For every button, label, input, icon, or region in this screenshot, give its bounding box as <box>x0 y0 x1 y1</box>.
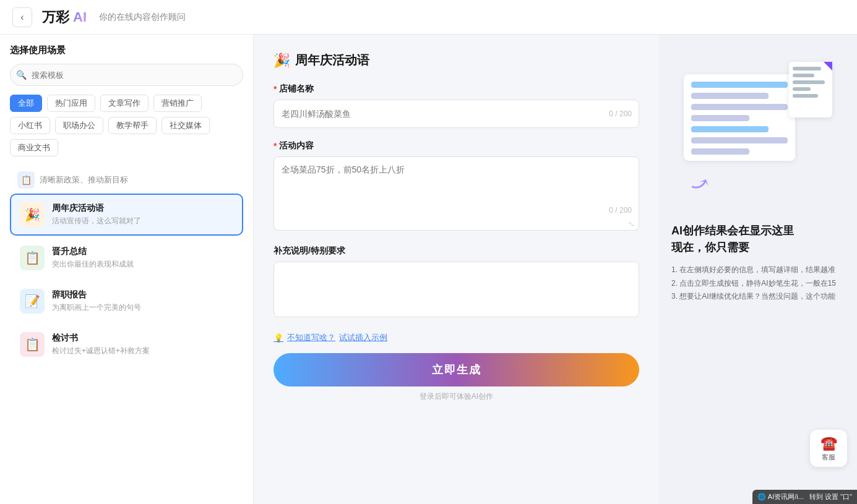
back-button[interactable]: ‹ <box>12 7 32 27</box>
tag-xiaohongshu[interactable]: 小红书 <box>10 117 50 134</box>
tag-hot[interactable]: 热门应用 <box>47 95 95 112</box>
preview-step-3: 3. 想要让AI继续优化结果？当然没问题，这个功能 <box>671 290 845 304</box>
illus-main-card <box>684 74 795 161</box>
template-text-party: 周年庆活动语 活动宣传语，这么写就对了 <box>52 203 233 226</box>
back-icon: ‹ <box>20 12 24 23</box>
form-field-supplement: 补充说明/特别要求 <box>273 246 639 320</box>
template-icon-promote: 📋 <box>20 246 45 270</box>
preview-title: AI创作结果会在显示这里现在，你只需要 <box>671 223 845 256</box>
template-desc-promote: 突出你最佳的表现和成就 <box>52 259 233 270</box>
section-hint: 📋 清晰新政策、推动新目标 <box>10 166 243 194</box>
illus-line-2 <box>691 93 769 99</box>
tag-edu[interactable]: 教学帮手 <box>108 117 157 134</box>
preview-illustration: ⤻ <box>671 49 845 210</box>
form-title-text: 周年庆活动语 <box>295 52 369 69</box>
search-box: 🔍 <box>10 64 243 86</box>
template-card-party[interactable]: 🎉 周年庆活动语 活动宣传语，这么写就对了 <box>10 194 243 236</box>
template-text-promote: 晋升总结 突出你最佳的表现和成就 <box>52 246 233 270</box>
ai-badge: 🌐 AI资讯网/i... 转到 设置 "口" <box>752 490 857 504</box>
activity-textarea[interactable] <box>273 156 639 231</box>
logo-ai: AI <box>73 9 87 25</box>
tag-office[interactable]: 职场办公 <box>55 117 103 134</box>
illus-doc-line-4 <box>793 87 811 91</box>
hint-link[interactable]: 💡 不知道写啥？ 试试插入示例 <box>273 332 639 343</box>
template-list: 🎉 周年庆活动语 活动宣传语，这么写就对了 📋 晋升总结 突出你最佳的表现和成就… <box>10 194 243 365</box>
search-icon: 🔍 <box>16 70 27 80</box>
tag-all[interactable]: 全部 <box>10 95 42 112</box>
header: ‹ 万彩 AI 你的在线内容创作顾问 <box>0 0 857 35</box>
illus-line-1 <box>691 82 788 88</box>
customer-service-icon: ☎️ <box>820 435 837 451</box>
customer-service-label: 客服 <box>822 453 835 462</box>
label-activity-text: 活动内容 <box>279 140 314 152</box>
template-text-review: 检讨书 检讨过失+诚恩认错+补救方案 <box>52 333 233 356</box>
template-desc-party: 活动宣传语，这么写就对了 <box>52 216 233 226</box>
illus-doc-line-2 <box>793 74 814 77</box>
template-text-resign: 辞职报告 为离职画上一个完美的句号 <box>52 289 233 313</box>
hint-link-text[interactable]: 试试插入示例 <box>339 332 387 343</box>
template-name-party: 周年庆活动语 <box>52 203 233 214</box>
main-layout: 选择使用场景 🔍 全部 热门应用 文章写作 营销推广 小红书 职场办公 教学帮手… <box>0 35 857 504</box>
form-title-icon: 🎉 <box>273 53 290 69</box>
template-desc-review: 检讨过失+诚恩认错+补救方案 <box>52 346 233 356</box>
template-name-resign: 辞职报告 <box>52 289 233 301</box>
hint-text-static: 不知道写啥？ <box>287 332 335 343</box>
illus-line-5 <box>691 126 769 132</box>
form-title-row: 🎉 周年庆活动语 <box>273 52 639 69</box>
required-star-1: * <box>273 84 277 94</box>
resize-icon: ⤡ <box>628 220 634 228</box>
illus-line-3 <box>691 104 788 110</box>
template-card-promote[interactable]: 📋 晋升总结 突出你最佳的表现和成就 <box>10 237 243 279</box>
template-name-promote: 晋升总结 <box>52 246 233 257</box>
preview-panel: ⤻ AI创作结果会在显示这里现在，你只需要 1. 在左侧填好必要的信息，填写越详… <box>659 35 857 504</box>
header-subtitle: 你的在线内容创作顾问 <box>99 12 186 23</box>
supplement-textarea[interactable] <box>273 262 639 317</box>
form-label-store-name: * 店铺名称 <box>273 83 639 95</box>
template-desc-resign: 为离职画上一个完美的句号 <box>52 302 233 313</box>
search-input[interactable] <box>10 64 243 86</box>
customer-service-button[interactable]: ☎️ 客服 <box>810 430 847 467</box>
logo-text: 万彩 <box>42 8 69 27</box>
template-card-resign[interactable]: 📝 辞职报告 为离职画上一个完美的句号 <box>10 280 243 322</box>
illus-arrow: ⤻ <box>686 169 713 200</box>
generate-button[interactable]: 立即生成 <box>273 353 639 387</box>
store-name-char-count: 0 / 200 <box>609 109 632 118</box>
sidebar-title: 选择使用场景 <box>10 45 243 56</box>
template-icon-party: 🎉 <box>20 202 45 227</box>
sidebar: 选择使用场景 🔍 全部 热门应用 文章写作 营销推广 小红书 职场办公 教学帮手… <box>0 35 254 504</box>
store-name-input[interactable] <box>273 100 639 128</box>
illus-line-6 <box>691 137 788 143</box>
section-hint-icon: 📋 <box>17 171 35 189</box>
form-field-activity: * 活动内容 0 / 200 ⤡ <box>273 140 639 233</box>
store-name-input-wrapper: 0 / 200 <box>273 100 639 128</box>
section-hint-text: 清晰新政策、推动新目标 <box>40 174 128 186</box>
template-icon-resign: 📝 <box>20 289 45 314</box>
illus-doc-line-5 <box>793 94 818 98</box>
illus-line-4 <box>691 115 749 121</box>
tag-marketing[interactable]: 营销推广 <box>153 95 202 112</box>
tag-biz[interactable]: 商业文书 <box>10 139 58 156</box>
form-label-activity: * 活动内容 <box>273 140 639 152</box>
template-card-review[interactable]: 📋 检讨书 检讨过失+诚恩认错+补救方案 <box>10 323 243 365</box>
label-supplement-text: 补充说明/特别要求 <box>273 246 345 257</box>
illus-doc-line-3 <box>793 80 825 84</box>
preview-steps: 1. 在左侧填好必要的信息，填写越详细，结果越准 2. 点击立即生成按钮，静待A… <box>671 263 845 304</box>
preview-step-1: 1. 在左侧填好必要的信息，填写越详细，结果越准 <box>671 263 845 277</box>
form-field-store-name: * 店铺名称 0 / 200 <box>273 83 639 128</box>
form-panel: 🎉 周年庆活动语 * 店铺名称 0 / 200 * 活动内容 <box>254 35 659 504</box>
illus-doc-line-1 <box>793 67 821 70</box>
illus-line-7 <box>691 148 749 155</box>
tag-social[interactable]: 社交媒体 <box>161 117 210 134</box>
template-name-review: 检讨书 <box>52 333 233 344</box>
activity-textarea-wrapper: 0 / 200 ⤡ <box>273 156 639 233</box>
illus-doc-corner <box>824 62 832 70</box>
hint-icon: 💡 <box>273 333 283 343</box>
required-star-2: * <box>273 141 277 151</box>
template-icon-review: 📋 <box>20 332 45 357</box>
login-hint: 登录后即可体验AI创作 <box>273 391 639 402</box>
illus-doc <box>789 62 832 117</box>
form-label-supplement: 补充说明/特别要求 <box>273 246 639 257</box>
label-store-name-text: 店铺名称 <box>279 83 314 95</box>
activity-char-count: 0 / 200 <box>609 206 632 215</box>
tag-article[interactable]: 文章写作 <box>100 95 149 112</box>
